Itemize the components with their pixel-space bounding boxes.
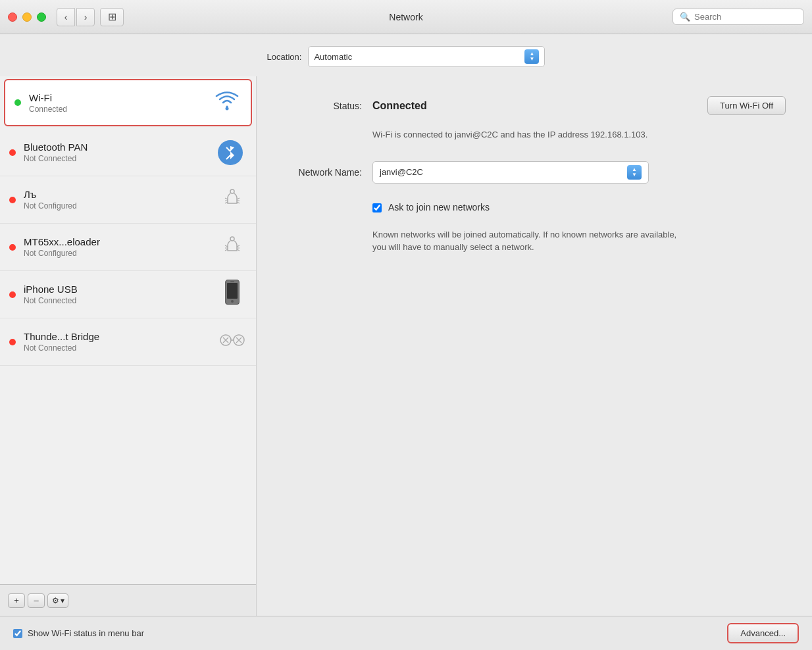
status-dot-wifi (14, 99, 21, 106)
sidebar-item-thunderbolt[interactable]: Thunde...t Bridge Not Connected (0, 318, 256, 366)
chevron-icon: ▾ (61, 596, 64, 605)
location-stepper[interactable]: ▲ ▼ (524, 49, 539, 64)
network-name-row: Network Name: janvi@C2C ▲ ▼ (283, 161, 786, 184)
sidebar-item-name-wifi: Wi-Fi (29, 92, 213, 103)
ask-join-row: Ask to join new networks (372, 202, 786, 213)
advanced-button[interactable]: Advanced... (727, 623, 799, 643)
status-row: Status: Connected Turn Wi-Fi Off (283, 96, 786, 115)
forward-button[interactable]: › (76, 8, 95, 26)
sidebar-item-mt65xx[interactable]: MT65xx...eloader Not Configured (0, 224, 256, 271)
network-name-stepper[interactable]: ▲ ▼ (627, 165, 642, 180)
sidebar-item-status-bluetooth: Not Connected (24, 154, 218, 163)
status-dot-bluetooth (9, 149, 16, 156)
svg-point-6 (231, 300, 234, 303)
traffic-lights (8, 12, 46, 22)
sidebar: Wi-Fi Connected (0, 76, 257, 616)
sidebar-item-status-iphone-usb: Not Connected (24, 296, 218, 305)
chevron-down-icon: ▼ (632, 172, 637, 178)
sidebar-item-name-thunderbolt: Thunde...t Bridge (24, 331, 218, 342)
detail-panel: Status: Connected Turn Wi-Fi Off Wi-Fi i… (257, 76, 812, 616)
wifi-icon (213, 91, 241, 115)
svg-rect-7 (230, 282, 234, 283)
status-label: Status: (283, 101, 362, 111)
close-button[interactable] (8, 12, 17, 22)
sidebar-item-status-mt65xx: Not Configured (24, 249, 218, 258)
add-network-button[interactable]: + (8, 593, 25, 608)
window-title: Network (389, 12, 422, 22)
sidebar-item-wifi[interactable]: Wi-Fi Connected (4, 79, 252, 126)
status-dot-lb (9, 197, 16, 203)
sidebar-item-lb[interactable]: Лъ Not Configured (0, 176, 256, 224)
status-description: Wi-Fi is connected to janvi@C2C and has … (372, 128, 688, 141)
sidebar-item-status-wifi: Connected (29, 105, 213, 114)
remove-network-button[interactable]: – (28, 593, 45, 608)
sidebar-item-info-mt65xx: MT65xx...eloader Not Configured (24, 236, 218, 258)
iphone-icon (218, 280, 247, 309)
nav-buttons: ‹ › (57, 8, 95, 26)
sidebar-item-name-iphone-usb: iPhone USB (24, 284, 218, 295)
sidebar-item-status-lb: Not Configured (24, 201, 218, 211)
sidebar-item-name-mt65xx: MT65xx...eloader (24, 236, 218, 247)
status-value: Connected (372, 100, 427, 112)
svg-rect-5 (227, 283, 238, 299)
search-box[interactable]: 🔍 (672, 9, 804, 25)
status-dot-iphone-usb (9, 291, 16, 298)
sidebar-item-info-lb: Лъ Not Configured (24, 189, 218, 211)
gear-icon: ⚙ (52, 596, 59, 605)
svg-point-1 (230, 189, 234, 193)
sidebar-item-info-wifi: Wi-Fi Connected (29, 92, 213, 114)
network-name-value: janvi@C2C (380, 167, 423, 177)
sidebar-toolbar: + – ⚙ ▾ (0, 584, 256, 616)
sidebar-item-info-iphone-usb: iPhone USB Not Connected (24, 284, 218, 305)
sidebar-list: Wi-Fi Connected (0, 76, 256, 584)
location-value: Automatic (314, 52, 352, 62)
location-label: Location: (267, 52, 302, 62)
grid-button[interactable]: ⊞ (100, 8, 124, 26)
status-dot-mt65xx (9, 244, 16, 251)
sidebar-item-name-lb: Лъ (24, 189, 218, 200)
status-dot-thunderbolt (9, 339, 16, 345)
bottom-bar: Show Wi-Fi status in menu bar Advanced..… (0, 616, 812, 650)
turn-wifi-off-button[interactable]: Turn Wi-Fi Off (707, 96, 786, 115)
bluetooth-icon (218, 140, 247, 165)
phone-icon-mt65xx (218, 234, 247, 261)
show-wifi-checkbox[interactable] (13, 629, 22, 638)
body-area: Wi-Fi Connected (0, 76, 812, 616)
ask-join-description: Known networks will be joined automatica… (372, 228, 682, 254)
sidebar-item-name-bluetooth: Bluetooth PAN (24, 141, 218, 153)
svg-point-2 (230, 237, 234, 241)
network-name-select[interactable]: janvi@C2C ▲ ▼ (372, 161, 649, 184)
back-button[interactable]: ‹ (57, 8, 75, 26)
location-select[interactable]: Automatic ▲ ▼ (308, 46, 545, 67)
gear-button[interactable]: ⚙ ▾ (47, 593, 68, 608)
sidebar-item-status-thunderbolt: Not Connected (24, 343, 218, 353)
search-input[interactable] (694, 12, 797, 22)
chevron-down-icon: ▼ (529, 57, 534, 62)
sidebar-item-info-thunderbolt: Thunde...t Bridge Not Connected (24, 331, 218, 353)
show-wifi-label[interactable]: Show Wi-Fi status in menu bar (28, 628, 144, 638)
ask-join-label[interactable]: Ask to join new networks (388, 202, 490, 213)
thunderbolt-icon (218, 330, 247, 355)
network-name-label: Network Name: (283, 167, 362, 178)
ask-join-checkbox[interactable] (372, 203, 382, 213)
phone-icon-lb (218, 186, 247, 213)
titlebar: ‹ › ⊞ Network 🔍 (0, 0, 812, 34)
sidebar-item-iphone-usb[interactable]: iPhone USB Not Connected (0, 271, 256, 318)
minimize-button[interactable] (22, 12, 32, 22)
svg-point-0 (226, 107, 229, 110)
sidebar-item-info-bluetooth: Bluetooth PAN Not Connected (24, 141, 218, 163)
location-bar: Location: Automatic ▲ ▼ (0, 34, 812, 76)
show-wifi-row: Show Wi-Fi status in menu bar (13, 628, 144, 638)
grid-icon: ⊞ (108, 11, 116, 23)
main-content: Location: Automatic ▲ ▼ Wi-Fi Connected (0, 34, 812, 650)
maximize-button[interactable] (37, 12, 46, 22)
search-icon: 🔍 (680, 12, 690, 22)
sidebar-item-bluetooth[interactable]: Bluetooth PAN Not Connected (0, 129, 256, 176)
